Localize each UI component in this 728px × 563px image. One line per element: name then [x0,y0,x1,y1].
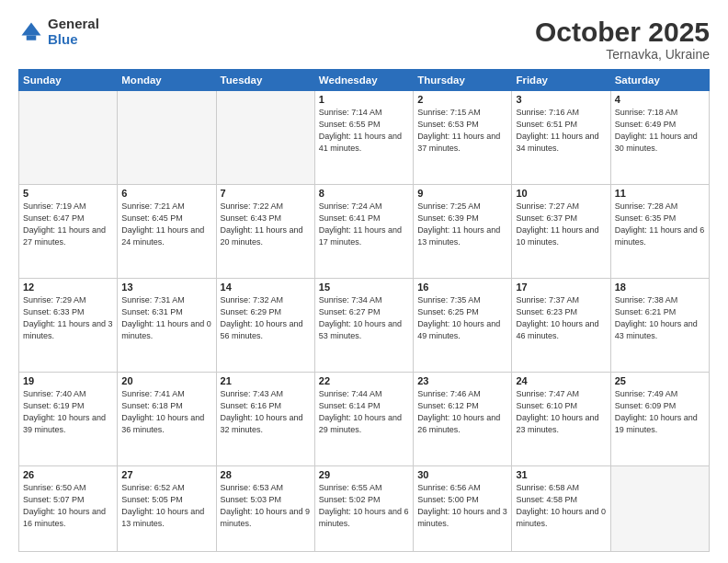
calendar-cell: 11Sunrise: 7:28 AMSunset: 6:35 PMDayligh… [610,185,709,279]
calendar-cell: 15Sunrise: 7:34 AMSunset: 6:27 PMDayligh… [314,279,413,373]
day-info: Sunrise: 6:53 AMSunset: 5:03 PMDaylight:… [221,482,311,530]
day-info: Sunrise: 7:27 AMSunset: 6:37 PMDaylight:… [516,201,606,248]
title-block: October 2025 Ternavka, Ukraine [535,17,710,62]
day-number: 9 [417,188,507,199]
day-number: 24 [516,375,606,386]
day-number: 19 [23,375,113,386]
day-number: 31 [516,469,606,480]
weekday-wednesday: Wednesday [314,70,413,91]
page: General Blue October 2025 Ternavka, Ukra… [0,0,728,563]
calendar-cell: 10Sunrise: 7:27 AMSunset: 6:37 PMDayligh… [512,185,610,279]
week-row-3: 12Sunrise: 7:29 AMSunset: 6:33 PMDayligh… [19,279,710,373]
day-number: 27 [121,469,211,480]
day-number: 23 [417,375,507,386]
day-number: 8 [319,188,409,199]
day-info: Sunrise: 7:21 AMSunset: 6:45 PMDaylight:… [121,201,211,248]
svg-marker-0 [22,22,41,35]
calendar-cell: 12Sunrise: 7:29 AMSunset: 6:33 PMDayligh… [19,279,118,373]
day-info: Sunrise: 6:56 AMSunset: 5:00 PMDaylight:… [417,482,507,530]
calendar-cell: 29Sunrise: 6:55 AMSunset: 5:02 PMDayligh… [314,466,413,552]
logo-text: General Blue [48,17,99,47]
calendar: SundayMondayTuesdayWednesdayThursdayFrid… [18,69,710,552]
calendar-cell: 30Sunrise: 6:56 AMSunset: 5:00 PMDayligh… [414,466,512,552]
day-number: 6 [121,188,211,199]
weekday-monday: Monday [118,70,216,91]
day-info: Sunrise: 7:47 AMSunset: 6:10 PMDaylight:… [516,388,606,436]
day-info: Sunrise: 7:24 AMSunset: 6:41 PMDaylight:… [319,201,409,248]
day-info: Sunrise: 7:16 AMSunset: 6:51 PMDaylight:… [516,107,606,155]
calendar-cell: 6Sunrise: 7:21 AMSunset: 6:45 PMDaylight… [118,185,216,279]
calendar-cell: 31Sunrise: 6:58 AMSunset: 4:58 PMDayligh… [512,466,610,552]
calendar-cell: 7Sunrise: 7:22 AMSunset: 6:43 PMDaylight… [216,185,314,279]
day-info: Sunrise: 7:25 AMSunset: 6:39 PMDaylight:… [417,201,507,248]
day-number: 30 [417,469,507,480]
day-number: 28 [221,469,311,480]
day-info: Sunrise: 6:58 AMSunset: 4:58 PMDaylight:… [516,482,606,530]
calendar-cell: 25Sunrise: 7:49 AMSunset: 6:09 PMDayligh… [610,373,709,466]
day-info: Sunrise: 7:44 AMSunset: 6:14 PMDaylight:… [319,388,409,436]
day-info: Sunrise: 7:15 AMSunset: 6:53 PMDaylight:… [417,107,507,155]
day-info: Sunrise: 7:43 AMSunset: 6:16 PMDaylight:… [221,388,311,436]
day-number: 21 [221,375,311,386]
calendar-cell [118,91,216,185]
day-number: 10 [516,188,606,199]
day-info: Sunrise: 7:41 AMSunset: 6:18 PMDaylight:… [121,388,211,436]
calendar-cell [216,91,314,185]
weekday-saturday: Saturday [610,70,709,91]
day-number: 20 [121,375,211,386]
logo: General Blue [18,17,99,47]
day-number: 5 [23,188,113,199]
weekday-header-row: SundayMondayTuesdayWednesdayThursdayFrid… [19,70,710,91]
day-number: 22 [319,375,409,386]
day-number: 2 [417,94,507,105]
day-number: 17 [516,282,606,293]
day-info: Sunrise: 7:34 AMSunset: 6:27 PMDaylight:… [319,294,409,342]
calendar-cell: 19Sunrise: 7:40 AMSunset: 6:19 PMDayligh… [19,373,118,466]
calendar-cell: 24Sunrise: 7:47 AMSunset: 6:10 PMDayligh… [512,373,610,466]
weekday-thursday: Thursday [414,70,512,91]
calendar-cell: 8Sunrise: 7:24 AMSunset: 6:41 PMDaylight… [314,185,413,279]
week-row-5: 26Sunrise: 6:50 AMSunset: 5:07 PMDayligh… [19,466,710,552]
calendar-cell: 21Sunrise: 7:43 AMSunset: 6:16 PMDayligh… [216,373,314,466]
week-row-2: 5Sunrise: 7:19 AMSunset: 6:47 PMDaylight… [19,185,710,279]
day-number: 29 [319,469,409,480]
location: Ternavka, Ukraine [535,47,710,62]
day-number: 18 [615,282,705,293]
weekday-sunday: Sunday [19,70,118,91]
calendar-cell: 9Sunrise: 7:25 AMSunset: 6:39 PMDaylight… [414,185,512,279]
month-title: October 2025 [535,17,710,47]
calendar-cell: 18Sunrise: 7:38 AMSunset: 6:21 PMDayligh… [610,279,709,373]
day-info: Sunrise: 7:31 AMSunset: 6:31 PMDaylight:… [121,294,211,342]
calendar-cell: 2Sunrise: 7:15 AMSunset: 6:53 PMDaylight… [414,91,512,185]
calendar-cell [610,466,709,552]
day-number: 11 [615,188,705,199]
week-row-1: 1Sunrise: 7:14 AMSunset: 6:55 PMDaylight… [19,91,710,185]
day-number: 7 [221,188,311,199]
day-number: 26 [23,469,113,480]
day-number: 15 [319,282,409,293]
header: General Blue October 2025 Ternavka, Ukra… [18,17,710,62]
calendar-cell: 3Sunrise: 7:16 AMSunset: 6:51 PMDaylight… [512,91,610,185]
calendar-cell: 22Sunrise: 7:44 AMSunset: 6:14 PMDayligh… [314,373,413,466]
logo-icon [18,19,44,45]
day-info: Sunrise: 6:52 AMSunset: 5:05 PMDaylight:… [121,482,211,530]
calendar-cell: 16Sunrise: 7:35 AMSunset: 6:25 PMDayligh… [414,279,512,373]
day-info: Sunrise: 7:28 AMSunset: 6:35 PMDaylight:… [615,201,705,248]
day-info: Sunrise: 7:49 AMSunset: 6:09 PMDaylight:… [615,388,705,436]
weekday-friday: Friday [512,70,610,91]
day-info: Sunrise: 7:37 AMSunset: 6:23 PMDaylight:… [516,294,606,342]
day-info: Sunrise: 6:50 AMSunset: 5:07 PMDaylight:… [23,482,113,530]
calendar-cell: 17Sunrise: 7:37 AMSunset: 6:23 PMDayligh… [512,279,610,373]
week-row-4: 19Sunrise: 7:40 AMSunset: 6:19 PMDayligh… [19,373,710,466]
day-info: Sunrise: 7:18 AMSunset: 6:49 PMDaylight:… [615,107,705,155]
calendar-cell: 13Sunrise: 7:31 AMSunset: 6:31 PMDayligh… [118,279,216,373]
day-number: 1 [319,94,409,105]
day-info: Sunrise: 7:40 AMSunset: 6:19 PMDaylight:… [23,388,113,436]
day-number: 14 [221,282,311,293]
weekday-tuesday: Tuesday [216,70,314,91]
calendar-cell: 26Sunrise: 6:50 AMSunset: 5:07 PMDayligh… [19,466,118,552]
day-number: 12 [23,282,113,293]
day-info: Sunrise: 7:38 AMSunset: 6:21 PMDaylight:… [615,294,705,342]
calendar-cell: 1Sunrise: 7:14 AMSunset: 6:55 PMDaylight… [314,91,413,185]
logo-general: General [48,17,99,32]
